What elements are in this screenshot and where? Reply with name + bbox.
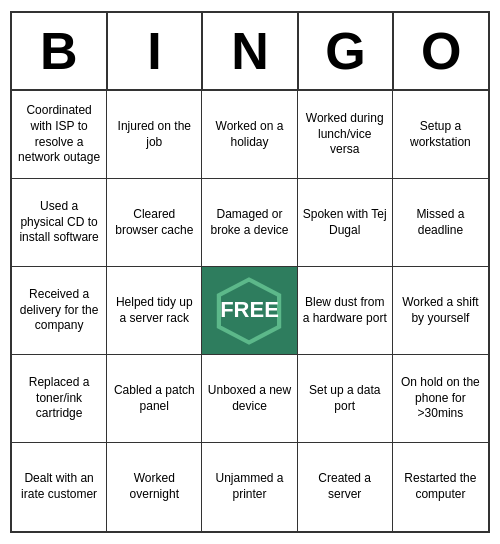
bingo-letter-I: I xyxy=(108,13,204,89)
bingo-cell-7: Damaged or broke a device xyxy=(202,179,297,267)
cell-text-1: Injured on the job xyxy=(112,119,196,150)
cell-text-13: Blew dust from a hardware port xyxy=(303,295,387,326)
bingo-cell-6: Cleared browser cache xyxy=(107,179,202,267)
bingo-cell-15: Replaced a toner/ink cartridge xyxy=(12,355,107,443)
cell-text-23: Created a server xyxy=(303,471,387,502)
bingo-header: BINGO xyxy=(12,13,488,91)
cell-text-22: Unjammed a printer xyxy=(207,471,291,502)
bingo-cell-5: Used a physical CD to install software xyxy=(12,179,107,267)
cell-text-18: Set up a data port xyxy=(303,383,387,414)
bingo-cell-23: Created a server xyxy=(298,443,393,531)
bingo-letter-B: B xyxy=(12,13,108,89)
bingo-grid: Coordinated with ISP to resolve a networ… xyxy=(12,91,488,531)
cell-text-20: Dealt with an irate customer xyxy=(17,471,101,502)
cell-text-4: Setup a workstation xyxy=(398,119,483,150)
bingo-cell-19: On hold on the phone for >30mins xyxy=(393,355,488,443)
cell-text-6: Cleared browser cache xyxy=(112,207,196,238)
cell-text-3: Worked during lunch/vice versa xyxy=(303,111,387,158)
bingo-cell-22: Unjammed a printer xyxy=(202,443,297,531)
cell-text-2: Worked on a holiday xyxy=(207,119,291,150)
bingo-cell-16: Cabled a patch panel xyxy=(107,355,202,443)
cell-text-16: Cabled a patch panel xyxy=(112,383,196,414)
bingo-cell-3: Worked during lunch/vice versa xyxy=(298,91,393,179)
bingo-letter-N: N xyxy=(203,13,299,89)
cell-text-21: Worked overnight xyxy=(112,471,196,502)
bingo-letter-G: G xyxy=(299,13,395,89)
bingo-cell-18: Set up a data port xyxy=(298,355,393,443)
bingo-cell-11: Helped tidy up a server rack xyxy=(107,267,202,355)
bingo-cell-21: Worked overnight xyxy=(107,443,202,531)
bingo-cell-10: Received a delivery for the company xyxy=(12,267,107,355)
cell-text-10: Received a delivery for the company xyxy=(17,287,101,334)
bingo-cell-12: FREE xyxy=(202,267,297,355)
cell-text-17: Unboxed a new device xyxy=(207,383,291,414)
cell-text-8: Spoken with Tej Dugal xyxy=(303,207,387,238)
bingo-cell-14: Worked a shift by yourself xyxy=(393,267,488,355)
bingo-card: BINGO Coordinated with ISP to resolve a … xyxy=(10,11,490,533)
bingo-cell-24: Restarted the computer xyxy=(393,443,488,531)
bingo-cell-0: Coordinated with ISP to resolve a networ… xyxy=(12,91,107,179)
bingo-cell-1: Injured on the job xyxy=(107,91,202,179)
bingo-cell-8: Spoken with Tej Dugal xyxy=(298,179,393,267)
cell-text-7: Damaged or broke a device xyxy=(207,207,291,238)
bingo-letter-O: O xyxy=(394,13,488,89)
cell-text-15: Replaced a toner/ink cartridge xyxy=(17,375,101,422)
cell-text-0: Coordinated with ISP to resolve a networ… xyxy=(17,103,101,165)
cell-text-24: Restarted the computer xyxy=(398,471,483,502)
bingo-cell-17: Unboxed a new device xyxy=(202,355,297,443)
free-label: FREE xyxy=(220,296,279,325)
cell-text-11: Helped tidy up a server rack xyxy=(112,295,196,326)
bingo-cell-9: Missed a deadline xyxy=(393,179,488,267)
cell-text-19: On hold on the phone for >30mins xyxy=(398,375,483,422)
bingo-cell-4: Setup a workstation xyxy=(393,91,488,179)
cell-text-5: Used a physical CD to install software xyxy=(17,199,101,246)
bingo-cell-20: Dealt with an irate customer xyxy=(12,443,107,531)
bingo-cell-13: Blew dust from a hardware port xyxy=(298,267,393,355)
cell-text-9: Missed a deadline xyxy=(398,207,483,238)
bingo-cell-2: Worked on a holiday xyxy=(202,91,297,179)
cell-text-14: Worked a shift by yourself xyxy=(398,295,483,326)
